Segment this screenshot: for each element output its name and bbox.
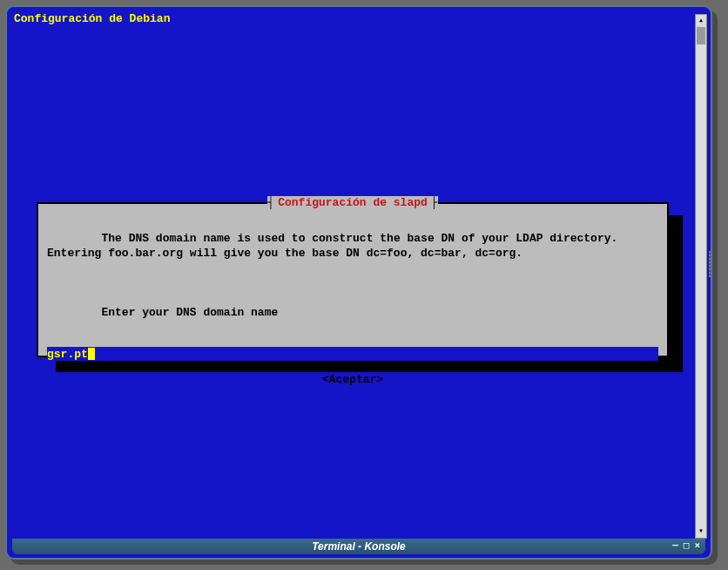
vertical-scrollbar[interactable] [695,14,707,539]
terminal-viewport: Configuración de Debian ┤Configuración d… [12,12,695,537]
window-resize-grip-icon[interactable] [709,251,712,277]
scroll-up-arrow-icon[interactable] [696,15,706,27]
slapd-config-dialog: ┤Configuración de slapd├ The DNS domain … [37,202,669,357]
minimize-button[interactable]: — [672,539,678,551]
accept-button[interactable]: <Aceptar> [47,373,658,386]
konsole-window: Configuración de Debian ┤Configuración d… [5,5,712,560]
window-titlebar[interactable]: Terminal - Konsole — □ × [12,539,705,554]
dialog-title: Configuración de slapd [274,196,431,209]
window-title: Terminal - Konsole [312,540,406,553]
debconf-header: Configuración de Debian [14,12,170,25]
scroll-down-arrow-icon[interactable] [696,526,706,538]
dns-domain-input[interactable]: gsr.pt [47,347,658,361]
dialog-help-text: The DNS domain name is used to construct… [47,216,658,335]
window-buttons: — □ × [672,539,700,551]
maximize-button[interactable]: □ [684,539,690,551]
close-button[interactable]: × [694,539,700,551]
input-value: gsr.pt [47,348,88,361]
help-text-line: The DNS domain name is used to construct… [47,232,624,260]
dialog-title-row: ┤Configuración de slapd├ [38,196,667,209]
prompt-text: Enter your DNS domain name [101,306,278,319]
scroll-thumb[interactable] [697,27,705,44]
text-cursor [88,348,95,360]
